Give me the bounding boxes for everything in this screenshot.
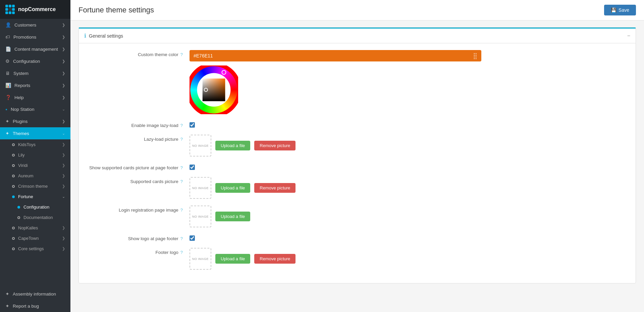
- help-icon[interactable]: ?: [180, 208, 183, 213]
- chevron-icon: ❯: [62, 153, 65, 157]
- help-icon[interactable]: ?: [180, 165, 183, 170]
- sidebar-sub-label: Core settings: [18, 246, 44, 251]
- dot-icon: [12, 175, 15, 177]
- no-image-placeholder: NO IMAGE: [190, 177, 211, 199]
- footer-logo-remove-button[interactable]: Remove picture: [254, 254, 296, 264]
- sidebar-sub-nopkalles[interactable]: NopKalles ❯: [0, 223, 70, 233]
- sidebar: nopCommerce 👤 Customers ❯ 🏷 Promotions ❯…: [0, 0, 70, 312]
- color-wheel-canvas[interactable]: [190, 65, 238, 114]
- lazy-load-checkbox[interactable]: [190, 122, 195, 128]
- color-input-bar[interactable]: #E76E11 ⣿: [190, 50, 481, 61]
- dot-icon: [12, 154, 15, 157]
- sidebar-item-system[interactable]: 🖥 System ❯: [0, 67, 70, 79]
- sidebar-item-promotions[interactable]: 🏷 Promotions ❯: [0, 31, 70, 43]
- general-settings-panel: ℹ General settings − Custom theme color …: [78, 27, 636, 283]
- sidebar-sub-capetown[interactable]: CapeTown ❯: [0, 233, 70, 243]
- sidebar-item-label: Plugins: [13, 119, 28, 124]
- sidebar-sub-core-settings[interactable]: Core settings ❯: [0, 243, 70, 254]
- dot-filled-icon: [17, 206, 20, 209]
- lazy-load-remove-button[interactable]: Remove picture: [254, 141, 296, 150]
- help-icon[interactable]: ?: [180, 179, 183, 184]
- footer-logo-upload-button[interactable]: Upload a file: [215, 254, 250, 264]
- help-icon[interactable]: ?: [180, 137, 183, 142]
- sidebar-sub-label: CapeTown: [18, 236, 39, 241]
- sidebar-item-help[interactable]: ❓ Help ❯: [0, 91, 70, 103]
- login-image-control: NO IMAGE Upload a file: [190, 206, 626, 227]
- sidebar-sub-fortune[interactable]: Fortune ⌄: [0, 191, 70, 202]
- sidebar-sub-fortune-configuration[interactable]: Configuration: [0, 202, 70, 212]
- assembly-icon: ✦: [5, 291, 9, 297]
- content-icon: 📄: [5, 46, 11, 52]
- chevron-icon: ❯: [62, 184, 65, 188]
- sidebar-sub-label: Documentation: [23, 215, 53, 220]
- chevron-icon: ❯: [62, 119, 65, 124]
- show-logo-checkbox[interactable]: [190, 235, 195, 241]
- sidebar-item-content-management[interactable]: 📄 Content management ❯: [0, 43, 70, 55]
- sidebar-sub-label: KidsToys: [18, 142, 36, 147]
- dot-icon: [12, 227, 15, 229]
- chevron-icon: ❯: [62, 35, 65, 39]
- dot-icon: [12, 164, 15, 167]
- chevron-icon: ❯: [62, 174, 65, 178]
- custom-theme-color-row: Custom theme color ? #E76E11 ⣿: [89, 50, 626, 114]
- panel-header: ℹ General settings −: [79, 28, 636, 43]
- lazy-load-upload-button[interactable]: Upload a file: [215, 141, 250, 150]
- sidebar-sub-aureum[interactable]: Aureum ❯: [0, 171, 70, 181]
- sidebar-sub-fortune-documentation[interactable]: Documentation: [0, 212, 70, 223]
- sidebar-item-themes[interactable]: ✦ Themes ⌄: [0, 127, 70, 139]
- sidebar-item-nop-station[interactable]: ● Nop Station ⌄: [0, 103, 70, 115]
- promotions-icon: 🏷: [5, 34, 10, 40]
- sidebar-logo: nopCommerce: [0, 0, 70, 19]
- help-icon[interactable]: ?: [180, 236, 183, 241]
- sidebar-sub-crimson[interactable]: Crimson theme ❯: [0, 181, 70, 191]
- dot-icon: [12, 248, 15, 250]
- chevron-icon: ⌄: [62, 107, 65, 112]
- supported-cards-remove-button[interactable]: Remove picture: [254, 183, 296, 193]
- reports-icon: 📊: [5, 83, 11, 88]
- sidebar-sub-viridi[interactable]: Viridi ❯: [0, 160, 70, 171]
- panel-minimize-button[interactable]: −: [627, 33, 630, 39]
- help-icon[interactable]: ?: [180, 123, 183, 128]
- supported-cards-checkbox[interactable]: [190, 165, 195, 170]
- page-header: Fortune theme settings 💾 Save: [70, 0, 644, 20]
- configuration-icon: ⚙: [5, 58, 10, 64]
- sidebar-item-assembly[interactable]: ✦ Assembly information: [0, 288, 70, 300]
- login-image-upload-button[interactable]: Upload a file: [215, 212, 250, 221]
- sidebar-item-configuration[interactable]: ⚙ Configuration ❯: [0, 55, 70, 67]
- supported-cards-picture-row: Supported cards picture ? NO IMAGE Uploa…: [89, 177, 626, 199]
- color-wheel[interactable]: [190, 65, 238, 114]
- sidebar-sub-kidstoys[interactable]: KidsToys ❯: [0, 139, 70, 150]
- sidebar-item-plugins[interactable]: ✦ Plugins ❯: [0, 115, 70, 127]
- chevron-icon: ❯: [62, 163, 65, 168]
- chevron-icon: ❯: [62, 47, 65, 51]
- lazy-load-row: Enable image lazy-load ?: [89, 121, 626, 128]
- sidebar-item-label: Nop Station: [11, 107, 35, 112]
- dot-icon: [17, 216, 20, 219]
- panel-body: Custom theme color ? #E76E11 ⣿: [79, 43, 636, 283]
- sidebar-item-report-bug[interactable]: ✦ Report a bug: [0, 300, 70, 312]
- help-icon[interactable]: ?: [180, 52, 183, 57]
- system-icon: 🖥: [5, 71, 10, 76]
- logo-icon: [5, 5, 15, 14]
- sidebar-sub-lily[interactable]: Lily ❯: [0, 150, 70, 160]
- chevron-icon: ❯: [62, 236, 65, 240]
- save-button[interactable]: 💾 Save: [604, 5, 636, 15]
- footer-logo-label: Footer logo ?: [89, 248, 190, 255]
- supported-cards-upload-button[interactable]: Upload a file: [215, 183, 250, 193]
- custom-theme-color-control: #E76E11 ⣿: [190, 50, 626, 114]
- lazy-load-picture-label: Lazy-load picture ?: [89, 135, 190, 142]
- help-icon[interactable]: ?: [180, 250, 183, 255]
- sidebar-item-reports[interactable]: 📊 Reports ❯: [0, 79, 70, 91]
- sidebar-item-label: Themes: [13, 131, 29, 136]
- sidebar-sub-label: Fortune: [18, 194, 33, 199]
- page-title: Fortune theme settings: [78, 6, 154, 14]
- chevron-icon: ❯: [62, 59, 65, 63]
- sidebar-sub-label: Lily: [18, 152, 25, 158]
- chevron-icon: ❯: [62, 71, 65, 76]
- color-hex-value: #E76E11: [194, 53, 213, 58]
- show-logo-control: [190, 234, 626, 241]
- sidebar-item-label: Report a bug: [13, 304, 39, 309]
- sidebar-sub-label: NopKalles: [18, 225, 38, 230]
- chevron-icon: ⌄: [62, 131, 65, 136]
- sidebar-item-customers[interactable]: 👤 Customers ❯: [0, 19, 70, 31]
